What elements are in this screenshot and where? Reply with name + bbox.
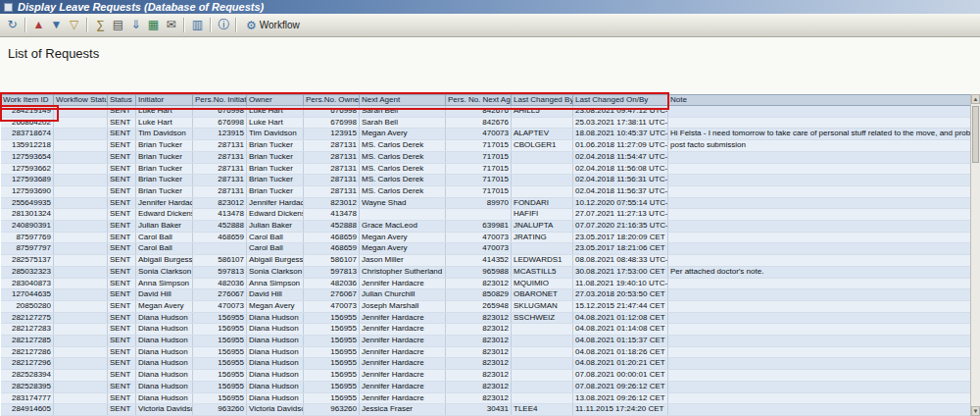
cell-initiator[interactable]: Luke Hart (136, 117, 193, 129)
cell-owner[interactable]: Luke Hart (247, 106, 304, 118)
cell-initiator[interactable]: Jennifer Hardacre (136, 197, 193, 209)
cell-work_item_id[interactable]: 282127283 (1, 324, 54, 336)
cell-note[interactable] (668, 232, 971, 243)
cell-owner[interactable]: Diana Hudson (247, 346, 304, 358)
cell-note[interactable] (668, 346, 971, 358)
cell-work_item_id[interactable]: 282528395 (1, 381, 54, 392)
cell-next_agent[interactable]: Jennifer Hardacre (360, 346, 446, 358)
cell-status[interactable]: SENT (108, 221, 136, 233)
cell-workflow_status[interactable] (54, 312, 108, 324)
cell-next_agent[interactable]: MS. Carlos Derek (360, 140, 446, 152)
cell-pers_no_owner[interactable]: 676998 (304, 117, 360, 129)
window-menu-icon[interactable] (4, 3, 13, 12)
vertical-scrollbar[interactable]: ▲ ▼ (970, 94, 980, 416)
cell-owner[interactable]: Brian Tucker (247, 175, 304, 186)
cell-next_agent[interactable]: Jennifer Hardacre (360, 324, 446, 336)
cell-status[interactable]: SENT (108, 278, 136, 289)
cell-status[interactable]: SENT (108, 197, 136, 209)
cell-pers_no_owner[interactable]: 586107 (304, 255, 360, 267)
cell-last_changed_on[interactable]: 02.04.2018 11:56:08 UTC-5 (573, 163, 668, 175)
column-header-initiator[interactable]: Initiator (136, 95, 193, 106)
cell-next_agent[interactable]: Joseph Marshall (360, 300, 446, 312)
cell-initiator[interactable]: Diana Hudson (136, 336, 193, 347)
cell-work_item_id[interactable]: 285032323 (1, 266, 54, 278)
cell-work_item_id[interactable]: 284914605 (1, 404, 54, 416)
cell-last_changed_on[interactable]: 23.05.2017 18:21:06 CET (573, 243, 668, 255)
cell-workflow_status[interactable] (54, 266, 108, 278)
cell-status[interactable]: SENT (108, 289, 136, 301)
cell-owner[interactable]: Anna Simpson (247, 278, 304, 289)
cell-pers_no_owner[interactable]: 156955 (304, 392, 360, 404)
cell-last_changed_on[interactable]: 23.08.2021 09:47:12 UTC-5 (573, 106, 668, 118)
cell-last_changed_by[interactable] (512, 358, 573, 370)
cell-pers_no_next_agent[interactable]: 717015 (446, 185, 512, 197)
cell-work_item_id[interactable]: 282127296 (1, 358, 54, 370)
cell-owner[interactable]: Brian Tucker (247, 163, 304, 175)
cell-pers_no_next_agent[interactable]: 717015 (446, 151, 512, 163)
cell-initiator[interactable]: Brian Tucker (136, 185, 193, 197)
cell-last_changed_on[interactable]: 18.08.2021 10:45:37 UTC-5 (573, 129, 668, 140)
cell-pers_no_initiator[interactable]: 468659 (193, 232, 247, 243)
cell-note[interactable] (668, 151, 971, 163)
cell-note[interactable] (668, 185, 971, 197)
cell-last_changed_by[interactable] (512, 185, 573, 197)
cell-pers_no_owner[interactable]: 597813 (304, 266, 360, 278)
cell-last_changed_by[interactable]: AHILL5 (512, 106, 573, 118)
cell-last_changed_by[interactable]: OBARONET (512, 289, 573, 301)
cell-pers_no_owner[interactable]: 287131 (304, 185, 360, 197)
cell-initiator[interactable]: Diana Hudson (136, 346, 193, 358)
cell-next_agent[interactable]: Jennifer Hardacre (360, 381, 446, 392)
cell-status[interactable]: SENT (108, 175, 136, 186)
cell-owner[interactable]: Tim Davidson (247, 129, 304, 140)
cell-work_item_id[interactable]: 284219149 (1, 106, 54, 118)
cell-workflow_status[interactable] (54, 117, 108, 129)
cell-last_changed_on[interactable]: 10.12.2020 07:55:14 UTC-5 (573, 197, 668, 209)
cell-pers_no_initiator[interactable]: 287131 (193, 163, 247, 175)
cell-status[interactable]: SENT (108, 404, 136, 416)
cell-work_item_id[interactable]: 282528394 (1, 370, 54, 382)
cell-last_changed_by[interactable]: CBOLGER1 (512, 140, 573, 152)
cell-workflow_status[interactable] (54, 185, 108, 197)
cell-last_changed_on[interactable]: 02.04.2018 11:56:37 UTC-5 (573, 185, 668, 197)
cell-initiator[interactable]: Carol Ball (136, 232, 193, 243)
cell-note[interactable] (668, 300, 971, 312)
cell-last_changed_on[interactable]: 04.08.2021 01:15:37 CET (573, 336, 668, 347)
cell-pers_no_next_agent[interactable]: 414352 (446, 255, 512, 267)
cell-pers_no_initiator[interactable]: 597813 (193, 266, 247, 278)
cell-workflow_status[interactable] (54, 370, 108, 382)
cell-owner[interactable]: Diana Hudson (247, 381, 304, 392)
cell-note[interactable] (668, 358, 971, 370)
cell-last_changed_on[interactable]: 04.08.2021 01:12:08 CET (573, 312, 668, 324)
cell-pers_no_next_agent[interactable]: 717015 (446, 163, 512, 175)
cell-pers_no_owner[interactable]: 276067 (304, 289, 360, 301)
cell-note[interactable] (668, 381, 971, 392)
cell-work_item_id[interactable]: 87597769 (1, 232, 54, 243)
cell-pers_no_next_agent[interactable]: 823012 (446, 358, 512, 370)
cell-work_item_id[interactable]: 20850280 (1, 300, 54, 312)
column-header-status[interactable]: Status (108, 95, 136, 106)
cell-last_changed_by[interactable] (512, 175, 573, 186)
column-header-last_changed_by[interactable]: Last Changed By (512, 95, 573, 106)
cell-status[interactable]: SENT (108, 185, 136, 197)
cell-pers_no_initiator[interactable]: 452888 (193, 221, 247, 233)
cell-pers_no_initiator[interactable]: 156955 (193, 312, 247, 324)
cell-note[interactable] (668, 106, 971, 118)
cell-pers_no_next_agent[interactable]: 717015 (446, 140, 512, 152)
cell-last_changed_by[interactable]: SSCHWEIZ (512, 312, 573, 324)
cell-work_item_id[interactable]: 283718674 (1, 129, 54, 140)
cell-owner[interactable]: Abigail Burgess (247, 255, 304, 267)
cell-workflow_status[interactable] (54, 129, 108, 140)
cell-pers_no_owner[interactable]: 413478 (304, 209, 360, 221)
cell-pers_no_initiator[interactable]: 482036 (193, 278, 247, 289)
cell-status[interactable]: SENT (108, 106, 136, 118)
cell-next_agent[interactable]: MS. Carlos Derek (360, 185, 446, 197)
cell-note[interactable]: Hi Felsta - I need tomorrow to take care… (668, 129, 971, 140)
cell-work_item_id[interactable]: 87597797 (1, 243, 54, 255)
cell-initiator[interactable]: Diana Hudson (136, 358, 193, 370)
cell-next_agent[interactable]: MS. Carlos Derek (360, 163, 446, 175)
cell-workflow_status[interactable] (54, 197, 108, 209)
cell-owner[interactable]: Megan Avery (247, 300, 304, 312)
cell-pers_no_initiator[interactable]: 470073 (193, 300, 247, 312)
cell-workflow_status[interactable] (54, 300, 108, 312)
cell-last_changed_on[interactable]: 04.08.2021 01:18:26 CET (573, 346, 668, 358)
